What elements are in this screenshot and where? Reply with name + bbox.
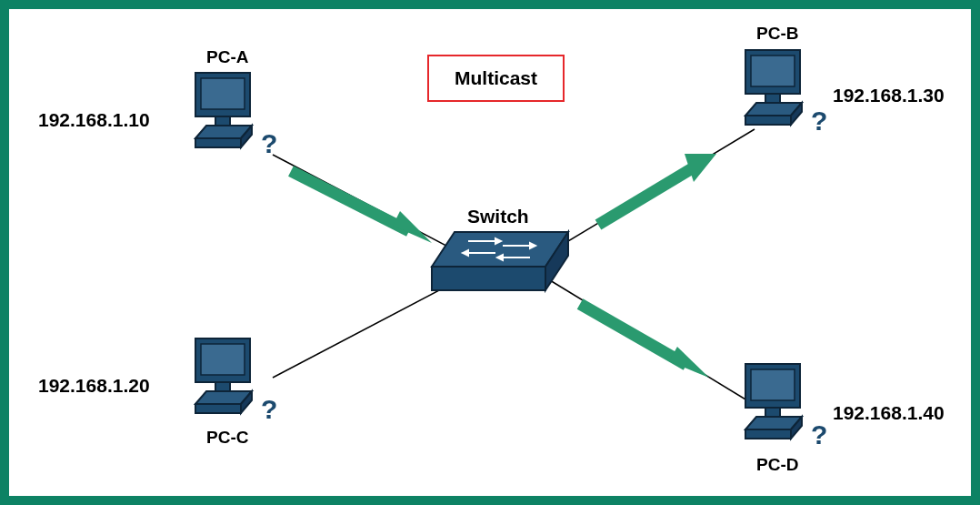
svg-rect-26 — [765, 94, 780, 103]
switch-device — [432, 232, 568, 305]
svg-marker-5 — [669, 347, 709, 378]
pc-c-device: ? — [195, 338, 277, 425]
pc-b-ip: 192.168.1.30 — [833, 85, 945, 106]
svg-marker-6 — [432, 232, 568, 267]
svg-line-0 — [291, 171, 409, 231]
svg-line-2 — [598, 167, 694, 225]
svg-rect-32 — [201, 344, 245, 375]
svg-marker-7 — [432, 267, 545, 290]
arrow-switch-to-pcd — [580, 304, 709, 378]
svg-marker-1 — [393, 211, 432, 243]
svg-rect-40 — [765, 408, 780, 417]
svg-marker-21 — [195, 138, 241, 147]
pc-d-device: ? — [745, 364, 827, 450]
svg-text:?: ? — [261, 128, 277, 158]
pc-c-label: PC-C — [206, 428, 248, 448]
arrow-switch-to-pcb — [598, 154, 716, 225]
arrow-pca-to-switch — [291, 171, 432, 243]
svg-rect-19 — [215, 116, 230, 126]
pc-b-device: ? — [745, 50, 827, 136]
pc-a-ip: 192.168.1.10 — [38, 109, 150, 131]
pc-c-ip: 192.168.1.20 — [38, 375, 150, 397]
svg-marker-28 — [745, 116, 791, 125]
svg-marker-35 — [195, 404, 241, 413]
pc-d-ip: 192.168.1.40 — [833, 402, 945, 424]
svg-rect-25 — [751, 56, 795, 86]
svg-text:?: ? — [261, 394, 277, 424]
pc-a-label: PC-A — [206, 47, 248, 67]
switch-label: Switch — [467, 206, 529, 227]
svg-rect-33 — [215, 382, 230, 391]
pc-a-device: ? — [195, 73, 277, 159]
pc-b-label: PC-B — [756, 24, 798, 44]
diagram-frame: Multicast — [0, 0, 980, 505]
svg-rect-18 — [201, 78, 245, 109]
svg-text:?: ? — [811, 106, 827, 136]
pc-d-label: PC-D — [756, 455, 798, 475]
svg-rect-39 — [751, 369, 795, 400]
svg-text:?: ? — [811, 419, 827, 449]
svg-line-4 — [580, 304, 686, 365]
svg-marker-3 — [685, 154, 716, 182]
svg-marker-42 — [745, 429, 791, 439]
